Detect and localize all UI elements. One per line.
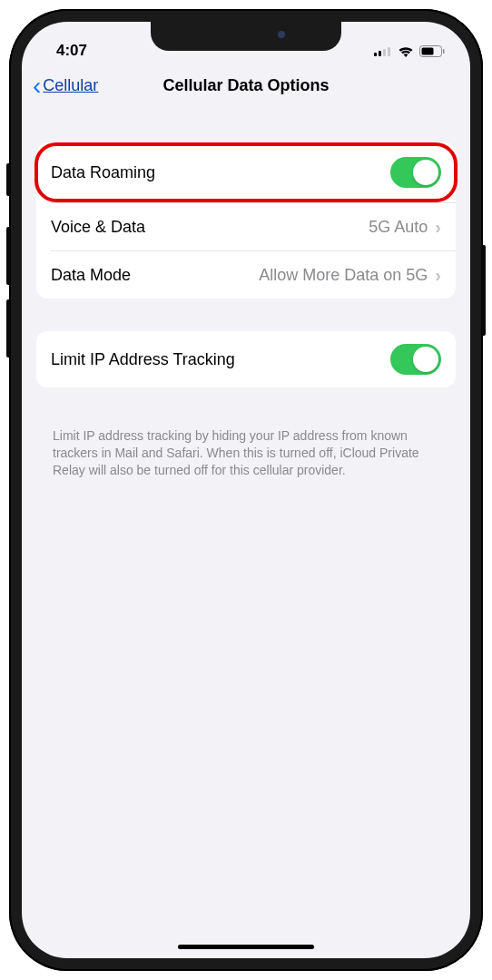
svg-rect-1 xyxy=(379,51,381,56)
settings-content: Data Roaming Voice & Data 5G Auto › Data… xyxy=(22,108,470,479)
data-mode-row[interactable]: Data Mode Allow More Data on 5G › xyxy=(36,251,456,299)
status-indicators xyxy=(374,45,445,57)
home-indicator[interactable] xyxy=(178,945,314,949)
toggle-knob xyxy=(413,347,438,372)
data-roaming-row[interactable]: Data Roaming xyxy=(34,142,458,202)
back-label: Cellular xyxy=(43,76,98,95)
phone-frame: 4:07 ‹ Cellular Cellular Data Options xyxy=(9,9,483,971)
volume-down-button xyxy=(6,299,10,358)
limit-ip-tracking-row[interactable]: Limit IP Address Tracking xyxy=(36,331,456,387)
wifi-icon xyxy=(398,45,414,57)
cellular-signal-icon xyxy=(374,45,392,56)
power-button xyxy=(482,245,486,336)
svg-rect-5 xyxy=(422,47,434,54)
chevron-right-icon: › xyxy=(435,217,441,238)
settings-group-cellular: Data Roaming Voice & Data 5G Auto › Data… xyxy=(36,142,456,299)
svg-rect-3 xyxy=(388,47,390,56)
data-roaming-label: Data Roaming xyxy=(51,163,390,182)
privacy-footer-text: Limit IP address tracking by hiding your… xyxy=(36,420,456,479)
svg-rect-0 xyxy=(374,53,377,56)
chevron-right-icon: › xyxy=(435,265,441,286)
navigation-bar: ‹ Cellular Cellular Data Options xyxy=(22,67,470,108)
screen: 4:07 ‹ Cellular Cellular Data Options xyxy=(22,22,470,958)
data-mode-value: Allow More Data on 5G xyxy=(259,266,428,285)
camera-dot xyxy=(278,31,285,38)
voice-data-value: 5G Auto xyxy=(369,218,428,237)
toggle-knob xyxy=(413,160,438,185)
status-time: 4:07 xyxy=(56,42,87,60)
svg-rect-6 xyxy=(443,49,445,54)
battery-icon xyxy=(419,45,445,57)
settings-group-privacy: Limit IP Address Tracking xyxy=(36,331,456,387)
limit-ip-tracking-label: Limit IP Address Tracking xyxy=(51,350,390,369)
data-mode-label: Data Mode xyxy=(51,266,259,285)
voice-data-label: Voice & Data xyxy=(51,218,369,237)
limit-ip-tracking-toggle[interactable] xyxy=(390,344,441,375)
voice-data-row[interactable]: Voice & Data 5G Auto › xyxy=(36,203,456,250)
volume-up-button xyxy=(6,227,10,285)
notch xyxy=(151,22,341,51)
svg-rect-2 xyxy=(383,49,386,56)
back-button[interactable]: ‹ Cellular xyxy=(33,72,98,101)
ringer-switch xyxy=(6,163,10,196)
data-roaming-toggle[interactable] xyxy=(390,157,441,188)
chevron-left-icon: ‹ xyxy=(33,72,41,101)
